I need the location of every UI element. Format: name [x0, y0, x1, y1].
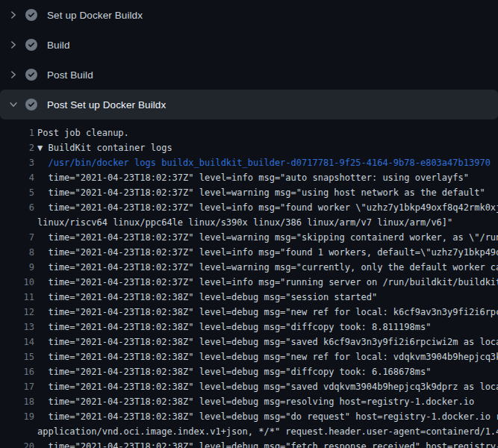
- line-number[interactable]: 15: [0, 349, 34, 364]
- step-label: Post Set up Docker Buildx: [47, 99, 166, 111]
- step-label: Set up Docker Buildx: [47, 10, 143, 21]
- line-number[interactable]: 19: [0, 409, 34, 424]
- line-number[interactable]: 1: [0, 125, 34, 140]
- line-number: [0, 424, 34, 439]
- check-circle-icon: [25, 69, 37, 81]
- log-row: 2▼ BuildKit container logs: [0, 140, 498, 155]
- log-line-text: time="2021-04-23T18:02:38Z" level=debug …: [37, 379, 498, 394]
- line-number[interactable]: 17: [0, 379, 34, 394]
- log-row: 3 /usr/bin/docker logs buildx_buildkit_b…: [0, 155, 498, 170]
- check-circle-icon: [25, 99, 37, 111]
- log-row: 8 time="2021-04-23T18:02:37Z" level=info…: [0, 245, 498, 260]
- log-line-text: time="2021-04-23T18:02:38Z" level=debug …: [37, 290, 377, 305]
- log-line-text: time="2021-04-23T18:02:38Z" level=debug …: [37, 394, 474, 409]
- log-row: 12 time="2021-04-23T18:02:38Z" level=deb…: [0, 305, 498, 320]
- log-row: 18 time="2021-04-23T18:02:38Z" level=deb…: [0, 394, 498, 409]
- log-row: 10 time="2021-04-23T18:02:37Z" level=inf…: [0, 275, 498, 290]
- step-row[interactable]: Post Build: [0, 60, 498, 90]
- log-line-text: time="2021-04-23T18:02:37Z" level=info m…: [37, 275, 498, 290]
- steps-list: Set up Docker BuildxBuildPost BuildPost …: [0, 0, 498, 119]
- log-line-text: time="2021-04-23T18:02:38Z" level=debug …: [37, 439, 498, 448]
- log-line-text: time="2021-04-23T18:02:37Z" level=info m…: [37, 200, 498, 215]
- log-row: 17 time="2021-04-23T18:02:38Z" level=deb…: [0, 379, 498, 394]
- log-row: 20 time="2021-04-23T18:02:38Z" level=deb…: [0, 439, 498, 448]
- step-row[interactable]: Build: [0, 30, 498, 60]
- line-number[interactable]: 13: [0, 320, 34, 335]
- log-line-text: application/vnd.oci.image.index.v1+json,…: [37, 424, 498, 439]
- check-circle-icon: [25, 39, 37, 51]
- log-row: 6 time="2021-04-23T18:02:37Z" level=info…: [0, 200, 498, 215]
- log-row: 1Post job cleanup.: [0, 125, 498, 140]
- log-line-text: time="2021-04-23T18:02:38Z" level=debug …: [37, 409, 498, 424]
- log-row: 11 time="2021-04-23T18:02:38Z" level=deb…: [0, 290, 498, 305]
- log-row: 19 time="2021-04-23T18:02:38Z" level=deb…: [0, 409, 498, 424]
- line-number[interactable]: 20: [0, 439, 34, 448]
- check-circle-icon: [25, 9, 37, 21]
- log-row: linux/riscv64 linux/ppc64le linux/s390x …: [0, 215, 498, 230]
- line-number[interactable]: 6: [0, 200, 34, 215]
- line-number[interactable]: 12: [0, 305, 34, 320]
- line-number[interactable]: 3: [0, 155, 34, 170]
- chevron-right-icon[interactable]: [8, 40, 19, 50]
- log-row: 13 time="2021-04-23T18:02:38Z" level=deb…: [0, 320, 498, 335]
- log-row: 5 time="2021-04-23T18:02:37Z" level=warn…: [0, 185, 498, 200]
- log-line-text: time="2021-04-23T18:02:38Z" level=debug …: [37, 335, 498, 349]
- line-number[interactable]: 16: [0, 364, 34, 379]
- line-number[interactable]: 18: [0, 394, 34, 409]
- log-line-text: linux/riscv64 linux/ppc64le linux/s390x …: [37, 215, 452, 230]
- log-line-text: time="2021-04-23T18:02:37Z" level=warnin…: [37, 230, 498, 245]
- log-row: 14 time="2021-04-23T18:02:38Z" level=deb…: [0, 335, 498, 349]
- log-row: application/vnd.oci.image.index.v1+json,…: [0, 424, 498, 439]
- line-number: [0, 215, 34, 230]
- step-row[interactable]: Set up Docker Buildx: [0, 0, 498, 30]
- log-group-header[interactable]: ▼ BuildKit container logs: [37, 140, 172, 155]
- step-row[interactable]: Post Set up Docker Buildx: [0, 90, 498, 119]
- log-line-text: Post job cleanup.: [37, 125, 129, 140]
- log-line-text: time="2021-04-23T18:02:38Z" level=debug …: [37, 364, 431, 379]
- line-number[interactable]: 7: [0, 230, 34, 245]
- log-line-text: time="2021-04-23T18:02:38Z" level=debug …: [37, 305, 498, 320]
- line-number[interactable]: 11: [0, 290, 34, 305]
- line-number[interactable]: 10: [0, 275, 34, 290]
- log-line-text: time="2021-04-23T18:02:38Z" level=debug …: [37, 320, 431, 335]
- log-line-text: time="2021-04-23T18:02:37Z" level=warnin…: [37, 260, 498, 275]
- step-label: Post Build: [47, 69, 93, 81]
- actions-log-viewer: Set up Docker BuildxBuildPost BuildPost …: [0, 0, 498, 448]
- line-number[interactable]: 9: [0, 260, 34, 275]
- log-line-text: time="2021-04-23T18:02:37Z" level=info m…: [37, 245, 498, 260]
- chevron-right-icon[interactable]: [8, 69, 19, 80]
- log-container: 1Post job cleanup.2▼ BuildKit container …: [0, 119, 498, 448]
- log-row: 9 time="2021-04-23T18:02:37Z" level=warn…: [0, 260, 498, 275]
- log-line-text: time="2021-04-23T18:02:38Z" level=debug …: [37, 349, 498, 364]
- chevron-down-icon[interactable]: [8, 99, 19, 110]
- line-number[interactable]: 2: [0, 140, 34, 155]
- log-row: 16 time="2021-04-23T18:02:38Z" level=deb…: [0, 364, 498, 379]
- line-number[interactable]: 8: [0, 245, 34, 260]
- line-number[interactable]: 5: [0, 185, 34, 200]
- log-command-text: /usr/bin/docker logs buildx_buildkit_bui…: [37, 155, 491, 170]
- log-line-text: time="2021-04-23T18:02:37Z" level=warnin…: [37, 185, 485, 200]
- log-line-text: time="2021-04-23T18:02:37Z" level=info m…: [37, 170, 469, 185]
- chevron-right-icon[interactable]: [8, 10, 19, 20]
- step-label: Build: [47, 40, 70, 51]
- log-row: 4 time="2021-04-23T18:02:37Z" level=info…: [0, 170, 498, 185]
- log-row: 15 time="2021-04-23T18:02:38Z" level=deb…: [0, 349, 498, 364]
- line-number[interactable]: 4: [0, 170, 34, 185]
- line-number[interactable]: 14: [0, 335, 34, 349]
- log-row: 7 time="2021-04-23T18:02:37Z" level=warn…: [0, 230, 498, 245]
